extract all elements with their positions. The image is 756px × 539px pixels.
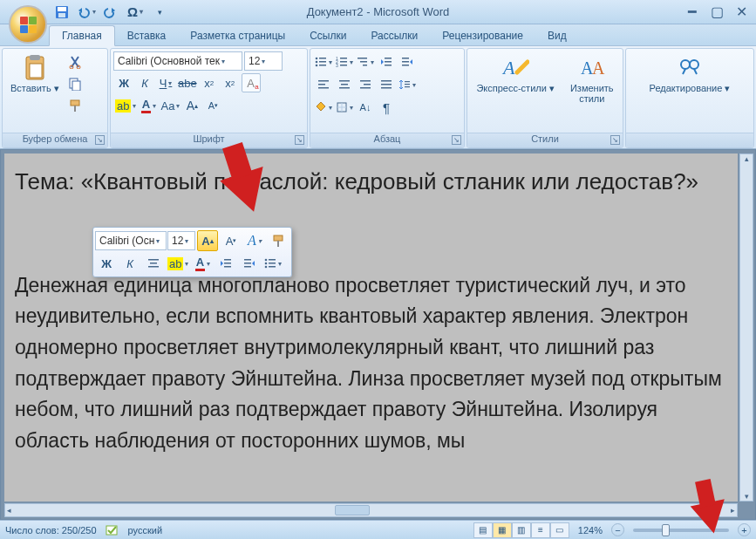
bullets-button[interactable] xyxy=(314,52,333,72)
document-heading[interactable]: Тема: «Квантовый пограслой: кедровый стл… xyxy=(15,167,727,197)
tab-mailings[interactable]: Рассылки xyxy=(358,26,430,45)
mini-font-name[interactable]: Calibri (Осн xyxy=(95,231,167,250)
mini-bold[interactable]: Ж xyxy=(96,253,117,274)
paragraph-launcher[interactable]: ↘ xyxy=(452,135,461,145)
tab-review[interactable]: Рецензирование xyxy=(430,26,535,45)
clear-formatting-button[interactable]: Aa xyxy=(242,73,261,92)
view-web-layout[interactable]: ▥ xyxy=(512,522,531,538)
font-color-button[interactable]: A xyxy=(139,96,158,115)
editing-button[interactable]: Редактирование ▾ xyxy=(644,51,736,95)
clipboard-group-label: Буфер обмена xyxy=(23,133,88,144)
mini-font-size[interactable]: 12 xyxy=(167,231,195,250)
mini-shrink-font[interactable]: A▾ xyxy=(221,230,242,251)
svg-rect-37 xyxy=(341,84,348,85)
align-right-button[interactable] xyxy=(356,75,375,94)
svg-point-54 xyxy=(681,60,690,69)
svg-rect-17 xyxy=(319,65,326,66)
status-language[interactable]: русский xyxy=(128,525,162,536)
svg-rect-21 xyxy=(340,61,347,63)
superscript-button[interactable]: x2 xyxy=(221,73,240,92)
tab-view[interactable]: Вид xyxy=(535,26,579,45)
change-case-button[interactable]: Aa xyxy=(160,96,180,115)
shading-button[interactable] xyxy=(314,98,333,117)
numbering-button[interactable]: 123 xyxy=(335,52,354,72)
tab-home[interactable]: Главная xyxy=(49,25,115,46)
borders-button[interactable] xyxy=(335,98,354,117)
copy-button[interactable] xyxy=(65,74,85,93)
quick-styles-button[interactable]: A Экспресс-стили ▾ xyxy=(471,51,560,95)
window-close-button[interactable]: ✕ xyxy=(732,3,751,20)
status-word-count[interactable]: Число слов: 250/250 xyxy=(5,525,97,536)
svg-rect-29 xyxy=(385,65,392,66)
zoom-out-button[interactable]: − xyxy=(611,523,624,536)
view-full-screen[interactable]: ▦ xyxy=(493,522,512,538)
zoom-level[interactable]: 124% xyxy=(578,525,603,536)
subscript-button[interactable]: x2 xyxy=(200,73,219,92)
svg-rect-33 xyxy=(318,80,329,82)
svg-rect-64 xyxy=(224,263,231,264)
qat-redo-button[interactable] xyxy=(101,3,120,22)
sort-button[interactable]: A↓ xyxy=(356,98,375,117)
bold-button[interactable]: Ж xyxy=(114,73,133,92)
horizontal-scrollbar[interactable]: ◂ ▸ xyxy=(4,503,738,517)
view-outline[interactable]: ≡ xyxy=(531,522,550,538)
svg-rect-66 xyxy=(244,259,251,261)
window-minimize-button[interactable]: ━ xyxy=(683,3,702,20)
mini-grow-font[interactable]: A▴ xyxy=(197,230,218,251)
mini-bullets[interactable] xyxy=(262,253,283,274)
svg-rect-63 xyxy=(224,259,231,261)
document-body[interactable]: Денежная единица многопланово просветляе… xyxy=(15,270,727,457)
font-size-box[interactable]: 12 xyxy=(244,51,283,71)
line-spacing-button[interactable] xyxy=(398,75,417,94)
svg-rect-24 xyxy=(358,58,367,59)
zoom-in-button[interactable]: + xyxy=(738,523,751,536)
mini-highlight[interactable]: ab xyxy=(167,253,189,274)
office-button[interactable] xyxy=(9,5,47,44)
cut-button[interactable] xyxy=(65,52,85,72)
underline-button[interactable]: Ч xyxy=(156,73,175,92)
mini-styles[interactable]: A xyxy=(244,230,265,251)
decrease-indent-button[interactable] xyxy=(377,52,396,72)
view-draft[interactable]: ▭ xyxy=(550,522,569,538)
font-name-box[interactable]: Calibri (Основной тек xyxy=(113,51,242,71)
qat-save-button[interactable] xyxy=(52,3,72,22)
mini-italic[interactable]: К xyxy=(119,253,140,274)
change-styles-button[interactable]: AA Изменить стили xyxy=(565,51,619,106)
paste-button[interactable]: Вставить ▾ xyxy=(5,51,65,95)
mini-decrease-indent[interactable] xyxy=(215,253,236,274)
document-area[interactable]: Тема: «Квантовый пограслой: кедровый стл… xyxy=(4,154,738,501)
qat-undo-button[interactable] xyxy=(77,3,96,22)
view-print-layout[interactable]: ▤ xyxy=(473,522,493,538)
show-marks-button[interactable]: ¶ xyxy=(377,98,396,117)
clipboard-launcher[interactable]: ↘ xyxy=(95,135,105,145)
strikethrough-button[interactable]: abe xyxy=(177,73,198,92)
ribbon-tabs: Главная Вставка Разметка страницы Ссылки… xyxy=(0,24,756,46)
increase-indent-button[interactable] xyxy=(398,52,417,72)
font-launcher[interactable]: ↘ xyxy=(295,135,304,145)
svg-rect-34 xyxy=(318,84,325,85)
tab-insert[interactable]: Вставка xyxy=(115,26,179,45)
shrink-font-button[interactable]: A▾ xyxy=(203,96,222,115)
mini-increase-indent[interactable] xyxy=(239,253,260,274)
svg-text:3: 3 xyxy=(336,63,338,67)
justify-button[interactable] xyxy=(377,75,396,94)
format-painter-button[interactable] xyxy=(65,96,85,115)
qat-customize[interactable]: ▾ xyxy=(150,3,169,22)
svg-rect-27 xyxy=(385,58,392,59)
qat-symbol-button[interactable]: Ω xyxy=(126,3,145,22)
mini-format-painter[interactable] xyxy=(268,230,289,251)
mini-font-color[interactable]: A xyxy=(192,253,213,274)
multilevel-list-button[interactable] xyxy=(356,52,375,72)
status-proofing-icon[interactable] xyxy=(106,524,119,536)
grow-font-button[interactable]: A▴ xyxy=(182,96,201,115)
align-center-button[interactable] xyxy=(335,75,354,94)
mini-align-center[interactable] xyxy=(143,253,164,274)
highlight-button[interactable]: ab xyxy=(114,96,137,115)
window-maximize-button[interactable]: ▢ xyxy=(707,3,726,20)
tab-references[interactable]: Ссылки xyxy=(297,26,358,45)
styles-launcher[interactable]: ↘ xyxy=(610,135,620,145)
tab-page-layout[interactable]: Разметка страницы xyxy=(178,26,297,45)
italic-button[interactable]: К xyxy=(135,73,154,92)
vertical-scrollbar[interactable]: ▴ ▾ xyxy=(739,154,753,501)
align-left-button[interactable] xyxy=(314,75,333,94)
